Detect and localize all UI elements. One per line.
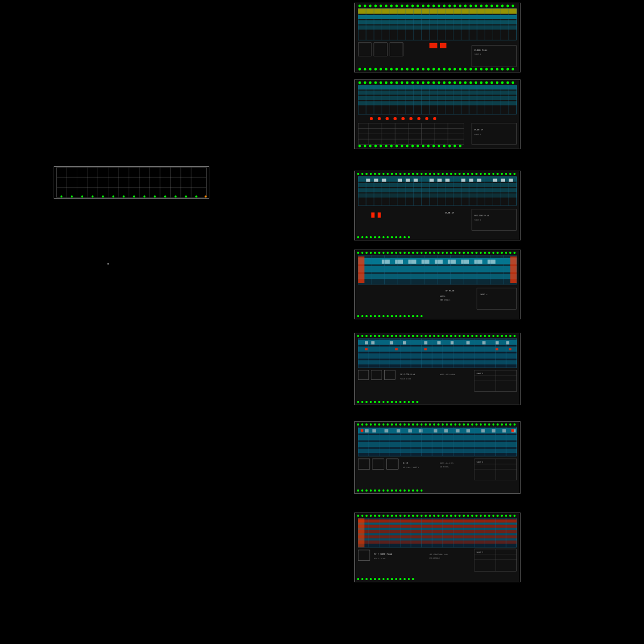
svg-point-223: [357, 173, 359, 175]
svg-rect-367: [408, 260, 416, 264]
svg-point-116: [506, 68, 509, 71]
svg-point-418: [404, 335, 406, 337]
svg-point-508: [361, 423, 363, 426]
svg-rect-281: [371, 213, 375, 218]
svg-point-336: [425, 252, 427, 254]
svg-point-694: [408, 578, 410, 580]
svg-point-346: [467, 252, 469, 254]
svg-point-232: [395, 173, 397, 175]
svg-point-492: [361, 401, 363, 403]
svg-point-604: [408, 489, 410, 492]
svg-text:@ tE: @ tE: [403, 462, 408, 464]
svg-point-137: [422, 81, 425, 84]
svg-point-526: [437, 423, 440, 426]
blueprint-thumbnail-6[interactable]: @ tE 6F PLAN / SHEET 6 NOTE: ALL DIMS IN…: [354, 421, 521, 494]
svg-rect-551: [372, 429, 376, 433]
svg-point-437: [484, 335, 486, 337]
svg-point-110: [474, 68, 477, 71]
svg-text:7F / ROOF PLAN: 7F / ROOF PLAN: [374, 553, 392, 555]
svg-rect-274: [445, 179, 450, 182]
svg-point-497: [383, 401, 385, 403]
svg-rect-560: [481, 429, 485, 433]
svg-point-140: [437, 81, 440, 84]
blueprint-thumbnail-7[interactable]: 7F / ROOF PLAN SCALE: 1:200 SEE STRUCTUR…: [354, 513, 521, 582]
svg-rect-364: [510, 257, 517, 283]
svg-rect-87: [440, 43, 447, 48]
svg-rect-547: [358, 435, 517, 441]
svg-point-52: [464, 4, 467, 7]
svg-point-226: [370, 173, 372, 175]
svg-point-125: [358, 81, 361, 84]
svg-point-415: [391, 335, 393, 337]
svg-point-37: [385, 4, 387, 7]
blueprint-thumbnail-5[interactable]: 5F FLOOR PLAN SCALE 1:200 NOTE: SEE LEGE…: [354, 333, 521, 405]
svg-point-494: [370, 401, 372, 403]
svg-point-532: [463, 423, 465, 426]
svg-point-407: [357, 335, 359, 337]
svg-point-129: [379, 81, 382, 84]
svg-point-645: [509, 515, 511, 517]
svg-point-61: [511, 4, 514, 7]
reference-dot: [107, 263, 109, 265]
svg-point-422: [420, 335, 422, 337]
svg-point-436: [480, 335, 482, 337]
svg-text:SEE STRUCTURAL PLAN: SEE STRUCTURAL PLAN: [429, 553, 448, 555]
svg-point-48: [443, 4, 445, 7]
svg-point-496: [378, 401, 380, 403]
svg-point-503: [408, 401, 410, 403]
svg-point-324: [374, 252, 376, 254]
svg-point-203: [364, 145, 367, 148]
svg-point-113: [491, 68, 493, 71]
svg-point-108: [464, 68, 467, 71]
svg-point-343: [455, 252, 457, 254]
svg-point-103: [437, 68, 440, 71]
svg-point-350: [484, 252, 486, 254]
svg-point-440: [496, 335, 499, 337]
svg-point-438: [488, 335, 491, 337]
svg-point-613: [374, 515, 376, 517]
svg-point-493: [365, 401, 368, 403]
svg-point-256: [496, 173, 499, 175]
svg-point-498: [386, 401, 389, 403]
svg-point-18: [81, 195, 83, 197]
svg-point-316: [399, 236, 401, 238]
svg-point-47: [437, 4, 440, 7]
svg-point-252: [480, 173, 482, 175]
svg-point-322: [365, 252, 368, 254]
svg-point-233: [399, 173, 401, 175]
svg-point-597: [378, 489, 380, 492]
svg-point-317: [404, 236, 406, 238]
svg-point-97: [406, 68, 408, 71]
svg-point-239: [425, 173, 427, 175]
svg-point-615: [383, 515, 385, 517]
svg-text:6F PLAN / SHEET 6: 6F PLAN / SHEET 6: [403, 466, 419, 469]
svg-point-107: [459, 68, 462, 71]
blueprint-thumbnail-4[interactable]: 4F PLAN NOTES: SEE DETAILS SHEET 4: [354, 250, 521, 319]
svg-point-352: [492, 252, 494, 254]
svg-rect-372: [474, 260, 482, 264]
svg-point-339: [437, 252, 440, 254]
svg-point-432: [463, 335, 465, 337]
svg-rect-450: [365, 341, 368, 345]
svg-rect-267: [374, 179, 378, 182]
svg-point-400: [399, 315, 401, 317]
svg-text:BUILDING PLAN: BUILDING PLAN: [474, 215, 489, 217]
svg-rect-277: [477, 179, 481, 182]
svg-point-688: [383, 578, 385, 580]
svg-point-49: [448, 4, 451, 7]
blueprint-thumbnail-3[interactable]: PLAN 3F BUILDING PLAN SHEET 3: [354, 171, 521, 240]
svg-point-99: [416, 68, 419, 71]
blueprint-thumbnail-2[interactable]: PLAN 2F SHEET 2: [354, 79, 521, 149]
svg-point-530: [455, 423, 457, 426]
svg-text:FOR DETAILS: FOR DETAILS: [429, 557, 440, 559]
svg-point-32: [358, 4, 361, 7]
svg-point-423: [425, 335, 427, 337]
svg-point-405: [420, 315, 422, 317]
svg-point-513: [383, 423, 385, 426]
svg-rect-269: [398, 179, 402, 182]
svg-rect-448: [358, 353, 517, 358]
svg-point-243: [442, 173, 444, 175]
svg-point-142: [448, 81, 451, 84]
svg-text:IN METERS: IN METERS: [440, 466, 449, 468]
blueprint-thumbnail-1[interactable]: FLOOR PLAN SHEET 1: [354, 3, 521, 72]
